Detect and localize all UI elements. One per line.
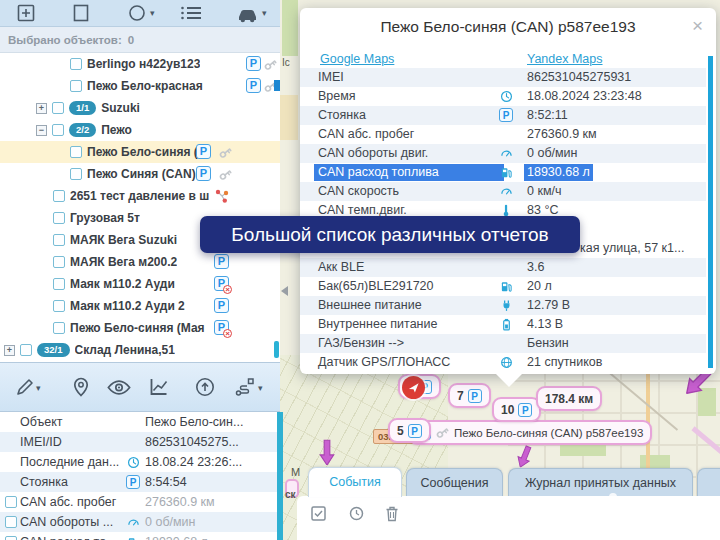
vehicle-filter-icon[interactable] <box>236 3 260 23</box>
tree-checkbox[interactable] <box>53 256 65 268</box>
tree-item[interactable]: Пежо Бело-синяя (СP <box>0 141 280 163</box>
row-label: CAN расход топлива <box>314 164 504 181</box>
panel-resize-handle[interactable] <box>277 412 283 540</box>
details-row[interactable]: СтоянкаP8:54:54 <box>0 472 278 492</box>
icon-satellite <box>500 356 513 369</box>
tree-checkbox[interactable] <box>53 212 65 224</box>
row-label: CAN обороты ... <box>20 512 113 532</box>
tree-checkbox[interactable] <box>52 102 64 114</box>
send-command-icon[interactable] <box>194 376 216 402</box>
routes-icon[interactable] <box>234 376 256 402</box>
icon-clock <box>500 90 513 103</box>
tree-item[interactable]: −2/2Пежо <box>0 119 280 141</box>
tree-checkbox[interactable] <box>70 168 82 180</box>
row-value: 8:52:11 <box>527 106 568 125</box>
details-row[interactable]: CAN абс. пробег276360.9 км <box>0 492 278 512</box>
row-label: Время <box>318 87 356 106</box>
chevron-down-icon[interactable]: ▾ <box>258 383 263 393</box>
info-row: CAN расход топлива18930.68 л <box>300 163 706 182</box>
geofence-icon[interactable] <box>72 3 90 23</box>
edit-icon[interactable] <box>14 376 36 402</box>
tree-item-label: 2651 тест давление в ш <box>70 189 209 203</box>
tree-item[interactable]: +1/1Suzuki <box>0 97 280 119</box>
tab-partial[interactable] <box>697 468 720 497</box>
parking-badge: P <box>214 298 229 313</box>
parking-badge: P <box>246 56 261 71</box>
location-pin-icon[interactable] <box>70 376 92 402</box>
tree-item[interactable]: Berlingo н422ув123P <box>0 53 280 75</box>
tree-checkbox[interactable] <box>70 58 82 70</box>
tree-item-label: Пежо Бело-красная <box>87 79 203 93</box>
tree-item-label: Пежо <box>101 123 132 137</box>
key-icon <box>263 57 278 72</box>
tree-expander-icon[interactable]: + <box>4 345 15 356</box>
trash-icon[interactable] <box>385 506 399 526</box>
chevron-down-icon[interactable]: ▾ <box>150 8 155 18</box>
tree-scrollbar-thumb[interactable] <box>274 341 279 358</box>
tree-checkbox[interactable] <box>52 124 64 136</box>
add-unit-icon[interactable] <box>16 3 36 23</box>
select-all-checkbox-icon[interactable] <box>311 506 326 525</box>
google-maps-link[interactable]: Google Maps <box>320 52 394 66</box>
row-checkbox[interactable] <box>5 516 17 528</box>
details-row[interactable]: IMEI/ID862531045275... <box>0 432 278 452</box>
tree-item[interactable]: Пежо Бело-синяя (МаяP× <box>0 317 280 339</box>
info-row: CAN скорость0 км/ч <box>300 182 706 201</box>
icon-fuel <box>500 166 513 179</box>
map-pill[interactable]: 178.4 км <box>536 386 602 411</box>
tree-item[interactable]: Маяк м110.2 Ауди 2P <box>0 295 280 317</box>
tree-checkbox[interactable] <box>53 322 65 334</box>
chevron-down-icon[interactable]: ▾ <box>262 8 267 18</box>
tree-item[interactable]: Пежо Синяя (CAN) сP <box>0 163 280 185</box>
tree-item-label: МАЯК Вега м200.2 <box>70 255 177 269</box>
popup-scrollbar[interactable] <box>708 56 713 368</box>
chart-icon[interactable] <box>148 376 170 402</box>
details-row[interactable]: Последние дан...18.08.24 23:26:... <box>0 452 278 472</box>
selected-objects-label: Выбрано объектов: <box>8 34 122 46</box>
tree-expander-icon[interactable]: − <box>36 125 47 136</box>
unit-position-marker[interactable] <box>402 376 425 399</box>
yandex-maps-link[interactable]: Yandex Maps <box>527 52 603 66</box>
tab-messages[interactable]: Сообщения <box>406 468 503 497</box>
tree-checkbox[interactable] <box>53 234 65 246</box>
tree-checkbox[interactable] <box>53 278 65 290</box>
tree-item[interactable]: +32/1Склад Ленина,51 <box>0 339 280 361</box>
time-filter-icon[interactable] <box>349 506 364 525</box>
tree-item[interactable]: МАЯК Вега м200.2P <box>0 251 280 273</box>
info-row: Бак(65л)BLE29172020 л <box>300 277 706 296</box>
tab-events[interactable]: События <box>308 467 402 497</box>
row-value: 276360.9 км <box>527 125 597 144</box>
unit-count-badge: 32/1 <box>37 343 70 357</box>
tree-item[interactable]: Пежо Бело-краснаяP <box>0 75 280 97</box>
tab-data-log[interactable]: Журнал принятых данных <box>508 468 693 497</box>
collapse-panel-icon[interactable] <box>281 286 288 296</box>
details-row[interactable]: CAN обороты ...0 об/мин <box>0 512 278 532</box>
map-pill[interactable]: 10P <box>492 397 541 422</box>
map-pill[interactable]: 5P <box>388 418 431 443</box>
row-value: 20 л <box>527 277 552 296</box>
map-unit-tooltip[interactable]: P Пежо Бело-синяя (CAN) p587ee193 <box>408 420 652 445</box>
row-label: CAN абс. пробег <box>318 125 414 144</box>
map-pill[interactable]: 7P <box>448 383 491 408</box>
tree-checkbox[interactable] <box>70 80 82 92</box>
tree-checkbox[interactable] <box>70 146 82 158</box>
tree-checkbox[interactable] <box>53 190 65 202</box>
close-icon[interactable]: × <box>692 16 703 35</box>
tree-checkbox[interactable] <box>20 344 32 356</box>
tree-item[interactable]: Маяк м110.2 АудиP× <box>0 273 280 295</box>
details-row[interactable]: CAN расход то...18930.68 л <box>0 532 278 540</box>
info-row: Внутреннее питание4.13 В <box>300 315 706 334</box>
row-checkbox[interactable] <box>5 496 17 508</box>
tree-item[interactable]: 2651 тест давление в ш <box>0 185 280 207</box>
info-row: CAN абс. пробег276360.9 км <box>300 125 706 144</box>
tree-expander-icon[interactable]: + <box>36 103 47 114</box>
chevron-down-icon[interactable]: ▾ <box>36 383 41 393</box>
visibility-eye-icon[interactable] <box>106 379 132 400</box>
circle-select-icon[interactable] <box>128 3 146 23</box>
row-checkbox[interactable] <box>5 536 17 540</box>
icon-battery <box>500 318 513 331</box>
tree-item-label: Suzuki <box>101 101 140 115</box>
details-row[interactable]: ОбъектПежо Бело-син... <box>0 412 278 432</box>
list-view-icon[interactable] <box>180 3 204 23</box>
tree-checkbox[interactable] <box>53 300 65 312</box>
